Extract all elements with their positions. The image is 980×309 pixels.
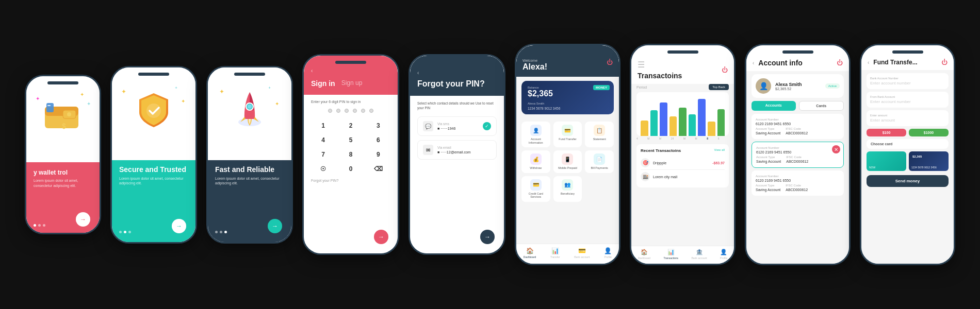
amount-input[interactable]: Enter amount Enter amount [867,110,949,126]
nav-cards[interactable]: 💳 Bank account [574,247,590,259]
ac3-type: Saving Account [756,188,780,192]
quick-amounts: $100 $1000 [867,129,949,136]
menu-credit[interactable]: 💳 Credit Card Services [521,176,550,202]
from-label: From Bank Account [870,95,945,98]
dot3-3 [224,231,227,233]
num-8[interactable]: 8 [338,149,363,160]
forgot-back[interactable]: ‹ [417,70,497,76]
tnav-profile[interactable]: 👤 Profile [720,249,727,260]
next-arrow[interactable]: → [76,212,90,227]
profile-icon: 👤 [604,247,612,254]
ac2-code-label: IFSC Code [786,156,808,159]
pin-dot-3 [345,109,349,113]
num-3[interactable]: 3 [366,120,390,131]
next-arrow3[interactable]: → [268,219,282,233]
num-7[interactable]: 7 [311,149,335,160]
hamburger-icon[interactable]: ☰ [638,60,682,70]
phone4-screen: ‹ Sign in Sign up Enter your 6 digit PIN… [304,56,398,253]
transfer-icon: 💳 [562,125,573,136]
dashboard-header: Welcome Alexa! ⏻ [516,45,619,77]
mini-card-1[interactable]: NOW [867,151,906,171]
forgot-link[interactable]: Forgot your PIN? [311,179,390,182]
num-9[interactable]: 9 [366,149,390,160]
phone3-screen: ✦ ✦ + [208,67,291,242]
svg-text:$: $ [62,122,66,130]
menu-bill[interactable]: 📄 Bill Payments [585,150,614,173]
phone2-screen: ✦ ✦ + Secure [112,67,195,242]
num-backspace[interactable]: ⌫ [366,163,390,175]
mini-cards: NOW $2,365 1234 5678 9012 3456 [867,151,949,171]
signin-tab[interactable]: Sign in [311,79,335,88]
email-option[interactable]: ✉ Via email ■ ······12@email.com [417,140,497,160]
chart-icon: 📊 [551,247,559,254]
account-card-1: Account Number 6120 2169 9451 6550 Accou… [752,114,844,139]
withdraw-label: Withdraw [530,166,542,170]
menu-withdraw[interactable]: 💰 Withdraw [521,150,550,173]
nav-transactions[interactable]: 📊 Transfer [550,247,560,259]
num-4[interactable]: 4 [311,134,335,146]
send-money-btn[interactable]: Send money [867,175,949,187]
sms-option[interactable]: 💬 Via sms ■ ·······1946 ✓ [417,116,497,136]
mc1-num: NOW [869,166,875,169]
amt-1000[interactable]: $1000 [909,129,949,136]
nav-home[interactable]: 🏠 Dashboard [524,247,536,259]
num-5[interactable]: 5 [338,134,363,146]
menu-transfer[interactable]: 💳 Fund Transfer [553,122,582,147]
tnav-bank-icon: 🏦 [696,249,703,255]
tnav-trans[interactable]: 📊 Transactions [664,249,678,260]
bar-3 [660,102,667,136]
tnav-profile-icon: 👤 [720,249,727,255]
num-6[interactable]: 6 [366,134,390,146]
transfer-power-icon[interactable]: ⏻ [941,59,948,66]
tnav-bank[interactable]: 🏦 Bank account [691,249,707,260]
power-icon[interactable]: ⏻ [607,59,613,66]
dot2-2 [124,231,126,233]
menu-beneficiary[interactable]: 👥 Beneficiary [553,176,582,202]
account-back[interactable]: ‹ [753,60,754,66]
email-value: ■ ······12@email.com [437,150,471,154]
accounts-tab[interactable]: Accounts [752,101,796,111]
back-icon[interactable]: ‹ [311,68,313,74]
account-power-icon[interactable]: ⏻ [837,59,843,66]
transfer-back[interactable]: ‹ [868,60,869,65]
ac1-code: ABCD000612 [786,131,808,135]
delete-account-btn[interactable]: ✕ [832,145,840,153]
view-all[interactable]: View all [714,148,725,153]
pin-dot-6 [369,109,373,113]
num-0[interactable]: 0 [338,163,363,175]
amount-value: Enter amount [870,118,945,123]
sparkle7: ✦ [219,88,224,95]
num-1[interactable]: 1 [311,120,335,131]
to-account-input[interactable]: Bank Account Number Enter account number [867,73,949,89]
top-btn[interactable]: Top Back [709,84,729,90]
cards-tab[interactable]: Cards [799,101,844,111]
num-fingerprint[interactable]: ☉ [311,163,335,175]
next-arrow2[interactable]: → [172,219,186,233]
mini-card-2[interactable]: $2,365 1234 5678 9012 3456 [909,151,949,171]
user-name: Alexa! [522,62,547,72]
forgot-submit[interactable]: → [480,230,495,244]
menu-mobile[interactable]: 📱 Mobile Prepaid [553,150,582,173]
card-badge: MONEY [593,85,610,90]
rocket-illustration [231,87,268,128]
dot-2 [38,224,41,227]
menu-statement[interactable]: 📋 Statement [585,122,614,147]
menu-account[interactable]: 👤 Account Information [521,122,550,147]
svg-point-10 [248,105,252,109]
nav-profile[interactable]: 👤 Profile [604,247,612,259]
num-2[interactable]: 2 [338,120,363,131]
signup-tab[interactable]: Sign up [341,79,363,88]
dot3-2 [220,231,222,233]
account-label: Account Information [525,138,547,144]
tnav-home[interactable]: 🏠 Dashboard [638,249,650,260]
sparkle2: + [87,101,90,107]
mc2-balance: $2,365 [911,154,946,159]
amt-100[interactable]: $100 [867,129,906,136]
from-account-input[interactable]: From Bank Account Enter account number [867,92,949,108]
account-body: 👤 Alexa Smith $2,365.52 Active Accounts … [746,71,849,201]
power-icon2[interactable]: ⏻ [722,66,728,74]
mobile-icon: 📱 [562,153,573,165]
phone1-screen: $ ✦ + ✦ y wallet trol Lorem ipsum dolor … [26,76,100,233]
transactions-header: ☰ Transactoins ⏻ [631,45,734,84]
signin-submit[interactable]: → [374,230,388,244]
